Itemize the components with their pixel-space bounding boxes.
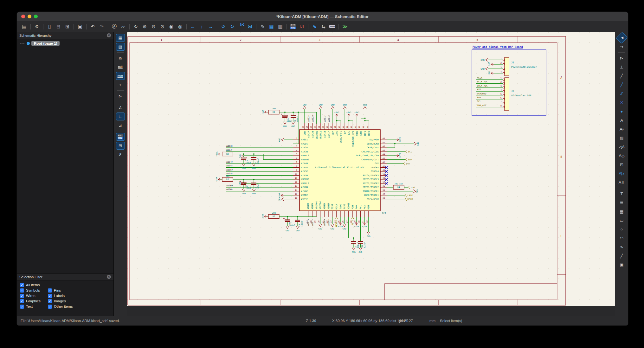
- mirror-h-button[interactable]: ⋈: [246, 23, 254, 31]
- grid-override-button[interactable]: ▨: [116, 43, 125, 51]
- sheet-pin-button[interactable]: A▷: [617, 170, 626, 177]
- nav-back-button[interactable]: ←: [189, 23, 197, 31]
- symbol-properties-button[interactable]: ✎: [258, 23, 267, 31]
- add-bus-button[interactable]: ╱: [617, 81, 626, 89]
- add-junction-button[interactable]: ●: [617, 107, 626, 115]
- netclass-directive-button[interactable]: A•: [617, 125, 626, 133]
- select-button[interactable]: ▲: [616, 32, 628, 44]
- bom-button[interactable]: bom: [328, 23, 337, 31]
- save-button[interactable]: ▤: [20, 23, 29, 31]
- zoom-selection-button[interactable]: ◎: [176, 23, 184, 31]
- add-text-button[interactable]: T: [617, 190, 626, 198]
- add-bus-entry-button[interactable]: ∕∕: [617, 90, 626, 98]
- add-line-button[interactable]: ╱: [617, 252, 626, 260]
- filter-checkbox-symbols[interactable]: ✓Symbols: [20, 288, 48, 293]
- checkbox-checked-icon[interactable]: ✓: [20, 299, 24, 303]
- hierarchical-label-button[interactable]: A◇: [617, 152, 626, 160]
- hv-wires-button[interactable]: ∟: [116, 113, 125, 120]
- grid-dots-button[interactable]: ▦: [116, 34, 125, 42]
- annotate-button[interactable]: R??R42: [289, 23, 297, 31]
- 45deg-wires-button[interactable]: ⊿: [116, 121, 125, 129]
- free-angle-wires-button[interactable]: ∠: [116, 104, 125, 112]
- add-power-button[interactable]: ⊥: [617, 63, 626, 71]
- schematic-setup-button[interactable]: ⚙: [33, 23, 41, 31]
- rotate-cw-button[interactable]: ↻: [228, 23, 236, 31]
- zoom-in-button[interactable]: ⊕: [140, 23, 149, 31]
- annotate-auto-button[interactable]: R??R42: [116, 133, 125, 141]
- plot-button[interactable]: ⊞: [63, 23, 72, 31]
- filter-checkbox-other-items[interactable]: ✓Other items: [48, 304, 110, 309]
- checkbox-checked-icon[interactable]: ✓: [20, 283, 24, 287]
- checkbox-checked-icon[interactable]: ✓: [48, 299, 52, 303]
- add-arc-button[interactable]: ◠: [617, 234, 626, 242]
- hierarchy-navigator-button[interactable]: ⊞: [116, 142, 125, 150]
- paste-button[interactable]: ▣: [76, 23, 84, 31]
- print-button[interactable]: ⊟: [54, 23, 63, 31]
- mirror-v-button[interactable]: ⋈: [237, 22, 245, 31]
- add-image-button[interactable]: ▣: [617, 261, 626, 269]
- global-label-button[interactable]: ◁A: [617, 143, 626, 151]
- add-rectangle-button[interactable]: ▭: [617, 216, 626, 224]
- hierarchy-close-icon[interactable]: ✕: [107, 33, 111, 37]
- add-wire-button[interactable]: ╱: [617, 72, 626, 80]
- filter-checkbox-labels[interactable]: ✓Labels: [48, 293, 110, 298]
- filter-checkbox-images[interactable]: ✓Images: [48, 299, 110, 303]
- filter-checkbox-graphics[interactable]: ✓Graphics: [20, 299, 48, 303]
- svg-text:C10: C10: [361, 244, 363, 248]
- checkbox-checked-icon[interactable]: ✓: [48, 288, 52, 293]
- close-window-button[interactable]: [21, 15, 25, 18]
- checkbox-checked-icon[interactable]: ✓: [20, 305, 24, 309]
- checkbox-checked-icon[interactable]: ✓: [48, 294, 52, 298]
- zoom-fit-button[interactable]: ⊙: [158, 23, 167, 31]
- erc-button[interactable]: ☑: [298, 23, 306, 31]
- highlight-net-button[interactable]: ⇝: [617, 43, 626, 51]
- zoom-window-button[interactable]: [34, 15, 38, 18]
- units-mils-button[interactable]: mil: [116, 63, 125, 71]
- svg-text:63: 63: [310, 126, 312, 128]
- add-textbox-button[interactable]: ≣: [617, 199, 626, 207]
- checkbox-checked-icon[interactable]: ✓: [48, 305, 52, 309]
- zoom-objects-button[interactable]: ◉: [167, 23, 176, 31]
- nav-forward-button[interactable]: →: [206, 23, 215, 31]
- filter-checkbox-wires[interactable]: ✓Wires: [20, 293, 48, 298]
- symbol-fields-table-button[interactable]: ▦: [267, 23, 276, 31]
- show-hidden-pins-button[interactable]: ⊳: [116, 92, 125, 100]
- zoom-out-button[interactable]: ⊖: [149, 23, 158, 31]
- nav-up-button[interactable]: ↑: [197, 23, 206, 31]
- add-bezier-button[interactable]: ∿: [617, 243, 626, 251]
- filter-checkbox-text[interactable]: ✓Text: [20, 304, 48, 309]
- add-sheet-button[interactable]: ⊡: [617, 161, 626, 169]
- import-sheet-pin-button[interactable]: A⇩: [617, 178, 626, 186]
- units-mm-button[interactable]: mm: [116, 72, 125, 80]
- no-connect-button[interactable]: ✕: [617, 99, 626, 106]
- add-circle-button[interactable]: ○: [617, 225, 626, 233]
- checkbox-checked-icon[interactable]: ✓: [20, 288, 24, 293]
- svg-text:100uF: 100uF: [245, 162, 251, 164]
- cursor-shape-button[interactable]: +: [116, 81, 125, 89]
- edit-symbols-button[interactable]: ▥: [276, 23, 285, 31]
- schematic-canvas[interactable]: 12345ABC8-Channel Differential 32-bit ΔΣ…: [127, 32, 615, 306]
- add-table-button[interactable]: ▦: [617, 208, 626, 216]
- add-symbol-button[interactable]: ⊳: [617, 54, 626, 62]
- hierarchy-root-item[interactable]: Root (page 1): [20, 41, 113, 46]
- units-inches-button[interactable]: in: [116, 54, 125, 62]
- selection-filter-close-icon[interactable]: ✕: [107, 275, 111, 279]
- undo-button[interactable]: ↶: [88, 23, 97, 31]
- simulator-button[interactable]: ∿: [310, 23, 319, 31]
- tools-button[interactable]: ✗: [116, 151, 125, 158]
- checkbox-checked-icon[interactable]: ✓: [20, 294, 24, 298]
- filter-checkbox-all-items[interactable]: ✓All items: [20, 283, 48, 287]
- filter-checkbox-pins[interactable]: ✓Pins: [48, 288, 110, 293]
- find-replace-button[interactable]: A⇄: [119, 23, 127, 31]
- find-button[interactable]: Ⓐ: [110, 23, 119, 31]
- svg-text:7: 7: [500, 100, 502, 103]
- refresh-button[interactable]: ↻: [132, 23, 140, 31]
- rule-area-button[interactable]: ▨: [617, 134, 626, 142]
- page-settings-button[interactable]: ▯: [45, 23, 54, 31]
- scripting-console-button[interactable]: ≫: [341, 23, 349, 31]
- add-label-button[interactable]: A: [617, 116, 626, 124]
- assign-footprints-button[interactable]: ⇆: [319, 23, 328, 31]
- rotate-ccw-button[interactable]: ↺: [219, 23, 228, 31]
- redo-button[interactable]: ↷: [97, 23, 106, 31]
- minimize-window-button[interactable]: [28, 15, 31, 18]
